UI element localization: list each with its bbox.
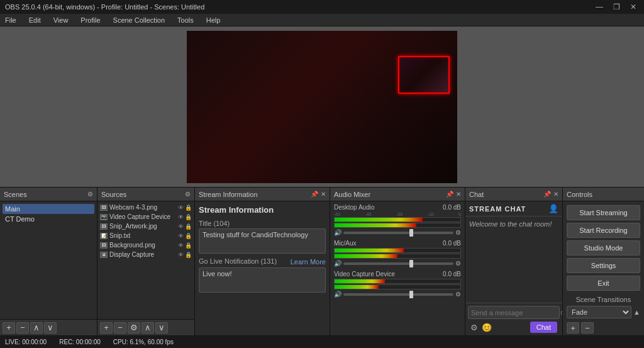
- transition-remove-button[interactable]: −: [581, 322, 594, 334]
- scene-ctdemo-label: CT Demo: [5, 215, 35, 223]
- audio-mixer-pin-icon[interactable]: 📌: [446, 191, 453, 198]
- source-eye-webcam[interactable]: 👁: [178, 205, 184, 211]
- source-eye-artwork[interactable]: 👁: [178, 223, 184, 230]
- chat-emoji-button[interactable]: ☺: [559, 308, 562, 317]
- studio-mode-button[interactable]: Studio Mode: [567, 240, 640, 255]
- audio-desktop-settings-icon[interactable]: ⚙: [455, 229, 461, 236]
- audio-desktop-fill2: [335, 223, 416, 227]
- scene-up-button[interactable]: ∧: [30, 322, 43, 334]
- transitions-arrow-up[interactable]: ▲: [633, 308, 640, 316]
- menu-scene-collection[interactable]: Scene Collection: [111, 16, 168, 24]
- source-lock-video[interactable]: 🔒: [185, 214, 192, 220]
- start-recording-button[interactable]: Start Recording: [567, 223, 640, 238]
- title-text: OBS 25.0.4 (64-bit, windows) - Profile: …: [5, 3, 204, 11]
- source-item-snip[interactable]: 📝 Snip.txt 👁 🔒: [99, 231, 193, 240]
- menu-view[interactable]: View: [51, 16, 71, 24]
- source-lock-artwork[interactable]: 🔒: [185, 223, 192, 230]
- scene-item-main[interactable]: Main: [3, 204, 94, 214]
- source-lock-webcam[interactable]: 🔒: [185, 205, 192, 211]
- status-rec: REC: 00:00:00: [59, 339, 101, 345]
- learn-more-link[interactable]: Learn More: [291, 258, 326, 266]
- scene-add-button[interactable]: +: [3, 322, 15, 334]
- stream-chat-title: STREAM CHAT: [469, 205, 526, 213]
- sources-header-label: Sources: [101, 191, 126, 198]
- source-actions-webcam: 👁 🔒: [178, 205, 192, 211]
- chat-header-icons: 📌 ✕: [543, 191, 558, 198]
- go-live-value[interactable]: Live now!: [199, 267, 326, 293]
- audio-mic-settings-icon[interactable]: ⚙: [455, 260, 461, 267]
- chat-emoji-picker-icon[interactable]: 😊: [482, 323, 492, 332]
- source-lock-snip[interactable]: 🔒: [185, 233, 192, 239]
- status-cpu-label: CPU: 6.1%, 60.00 fps: [113, 339, 174, 345]
- source-eye-video[interactable]: 👁: [178, 214, 184, 220]
- chat-send-button[interactable]: Chat: [530, 322, 557, 333]
- transition-add-button[interactable]: +: [567, 322, 579, 334]
- settings-button[interactable]: Settings: [567, 258, 640, 273]
- scene-remove-button[interactable]: −: [16, 322, 29, 334]
- menu-edit[interactable]: Edit: [26, 16, 43, 24]
- exit-button[interactable]: Exit: [567, 276, 640, 291]
- preview-canvas: [187, 31, 457, 183]
- source-down-button[interactable]: ∨: [155, 322, 168, 334]
- audio-mixer-header-label: Audio Mixer: [334, 191, 370, 198]
- scene-item-ctdemo[interactable]: CT Demo: [3, 214, 94, 224]
- source-eye-snip[interactable]: 👁: [178, 233, 184, 239]
- source-item-video[interactable]: 📷 Video Capture Device 👁 🔒: [99, 212, 193, 222]
- audio-mixer-header: Audio Mixer 📌 ✕: [330, 188, 465, 201]
- chat-settings-icon[interactable]: ⚙: [470, 323, 478, 332]
- start-streaming-button[interactable]: Start Streaming: [567, 205, 640, 220]
- audio-desktop-name: Desktop Audio: [334, 204, 375, 211]
- menu-file[interactable]: File: [3, 16, 19, 24]
- sources-config-icon[interactable]: ⚙: [185, 191, 191, 198]
- chat-message-input[interactable]: [471, 309, 558, 317]
- source-eye-bg[interactable]: 👁: [178, 242, 184, 249]
- menu-help[interactable]: Help: [204, 16, 223, 24]
- audio-desktop-slider[interactable]: [343, 232, 453, 234]
- source-settings-button[interactable]: ⚙: [128, 322, 140, 334]
- audio-video-capture-slider[interactable]: [343, 293, 453, 296]
- audio-video-capture-settings-icon[interactable]: ⚙: [455, 291, 461, 298]
- minimize-button[interactable]: —: [593, 3, 606, 11]
- audio-video-capture-fill2: [335, 285, 379, 289]
- restore-button[interactable]: ❐: [611, 3, 623, 11]
- chat-user-icon[interactable]: 👤: [548, 204, 558, 213]
- menu-tools[interactable]: Tools: [175, 16, 196, 24]
- source-eye-display[interactable]: 👁: [178, 252, 184, 258]
- source-item-bg[interactable]: 🖼 Background.png 👁 🔒: [99, 240, 193, 250]
- audio-mic-header: Mic/Aux 0.0 dB: [334, 240, 461, 247]
- source-label-video: Video Capture Device: [109, 213, 178, 220]
- audio-video-capture-fill: [335, 279, 385, 283]
- audio-mic-mute-icon[interactable]: 🔊: [334, 260, 341, 267]
- source-remove-button[interactable]: −: [114, 322, 126, 334]
- audio-mic-slider[interactable]: [343, 262, 453, 265]
- status-bar: LIVE: 00:00:00 REC: 00:00:00 CPU: 6.1%, …: [0, 335, 644, 348]
- source-up-button[interactable]: ∧: [142, 322, 154, 334]
- controls-content: Start Streaming Start Recording Studio M…: [563, 201, 644, 335]
- menu-bar: File Edit View Profile Scene Collection …: [0, 14, 644, 26]
- audio-desktop-mute-icon[interactable]: 🔊: [334, 229, 341, 236]
- audio-video-capture-meter2: [334, 284, 461, 289]
- source-lock-bg[interactable]: 🔒: [185, 242, 192, 249]
- scenes-config-icon[interactable]: ⚙: [87, 191, 93, 198]
- chat-panel: Chat 📌 ✕ STREAM CHAT 👤 Welcome to the ch…: [465, 188, 563, 335]
- scenes-list: Main CT Demo: [0, 201, 97, 319]
- title-field-value[interactable]: Testing stuff for CandidTechnology: [199, 228, 326, 254]
- audio-video-capture-name: Video Capture Device: [334, 271, 395, 278]
- title-bar: OBS 25.0.4 (64-bit, windows) - Profile: …: [0, 0, 644, 14]
- stream-info-pin-icon[interactable]: 📌: [311, 191, 318, 198]
- source-item-webcam[interactable]: 🖼 Webcam 4-3.png 👁 🔒: [99, 203, 193, 212]
- audio-mixer-close-icon[interactable]: ✕: [456, 191, 461, 198]
- chat-messages: Welcome to the chat room!: [465, 216, 562, 303]
- transitions-select[interactable]: Fade: [567, 306, 631, 318]
- source-lock-display[interactable]: 🔒: [185, 252, 192, 258]
- menu-profile[interactable]: Profile: [78, 16, 103, 24]
- close-button[interactable]: ✕: [628, 3, 639, 11]
- scene-down-button[interactable]: ∨: [44, 322, 57, 334]
- source-add-button[interactable]: +: [100, 322, 113, 334]
- audio-video-capture-mute-icon[interactable]: 🔊: [334, 291, 341, 298]
- chat-pin-icon[interactable]: 📌: [543, 191, 551, 198]
- source-item-display[interactable]: 🖥 Display Capture 👁 🔒: [99, 250, 193, 259]
- chat-close-icon[interactable]: ✕: [553, 191, 558, 198]
- source-item-artwork[interactable]: 🖼 Snip_Artwork.jpg 👁 🔒: [99, 222, 193, 231]
- stream-info-close-icon[interactable]: ✕: [321, 191, 326, 198]
